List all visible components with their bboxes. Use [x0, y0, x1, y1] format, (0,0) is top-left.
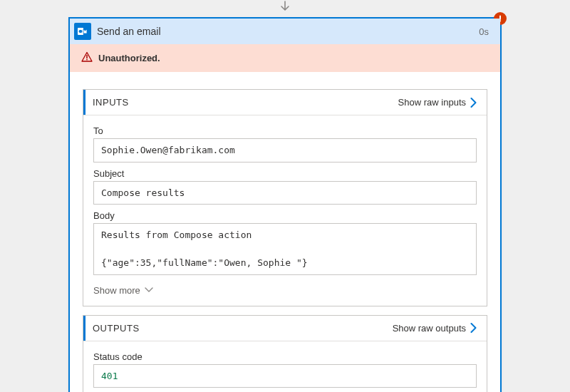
- subject-value[interactable]: Compose results: [93, 181, 477, 205]
- action-title: Send an email: [97, 26, 479, 37]
- chevron-right-icon: [470, 98, 477, 108]
- show-more-label: Show more: [93, 285, 140, 296]
- flow-arrow-icon: [276, 0, 294, 17]
- action-body: INPUTS Show raw inputs To Sophie.Owen@fa…: [70, 72, 500, 392]
- outputs-section: OUTPUTS Show raw outputs Status code 401: [83, 315, 487, 393]
- outputs-header: OUTPUTS Show raw outputs: [83, 316, 487, 341]
- status-code-field: Status code 401: [93, 351, 477, 388]
- raw-outputs-label: Show raw outputs: [393, 323, 466, 334]
- outlook-icon: [74, 23, 91, 40]
- error-banner: Unauthorized.: [70, 44, 500, 72]
- status-code-value[interactable]: 401: [93, 364, 477, 388]
- show-raw-inputs-link[interactable]: Show raw inputs: [398, 97, 477, 108]
- to-field: To Sophie.Owen@fabrikam.com: [93, 125, 477, 163]
- to-label: To: [93, 125, 477, 136]
- action-timing: 0s: [479, 26, 489, 37]
- subject-label: Subject: [93, 168, 477, 179]
- inputs-section: INPUTS Show raw inputs To Sophie.Owen@fa…: [83, 89, 487, 306]
- show-raw-outputs-link[interactable]: Show raw outputs: [393, 323, 477, 334]
- error-message: Unauthorized.: [98, 53, 160, 63]
- show-more-link[interactable]: Show more: [93, 285, 477, 296]
- status-code-label: Status code: [93, 351, 477, 362]
- outputs-body: Status code 401: [83, 341, 487, 393]
- outputs-heading: OUTPUTS: [93, 323, 393, 334]
- inputs-body: To Sophie.Owen@fabrikam.com Subject Comp…: [83, 115, 487, 306]
- action-header[interactable]: Send an email 0s: [70, 19, 500, 44]
- inputs-heading: INPUTS: [93, 97, 398, 108]
- body-value[interactable]: Results from Compose action {"age":35,"f…: [93, 223, 477, 275]
- warning-icon: [81, 51, 93, 65]
- chevron-right-icon: [470, 323, 477, 333]
- inputs-header: INPUTS Show raw inputs: [83, 90, 487, 115]
- action-card: Send an email 0s Unauthorized. INPUTS Sh…: [68, 17, 502, 392]
- to-value[interactable]: Sophie.Owen@fabrikam.com: [93, 138, 477, 163]
- svg-point-3: [86, 59, 88, 61]
- raw-inputs-label: Show raw inputs: [398, 97, 466, 108]
- subject-field: Subject Compose results: [93, 168, 477, 205]
- body-field: Body Results from Compose action {"age":…: [93, 210, 477, 275]
- body-label: Body: [93, 210, 477, 221]
- chevron-down-icon: [145, 287, 153, 293]
- svg-rect-2: [79, 30, 83, 33]
